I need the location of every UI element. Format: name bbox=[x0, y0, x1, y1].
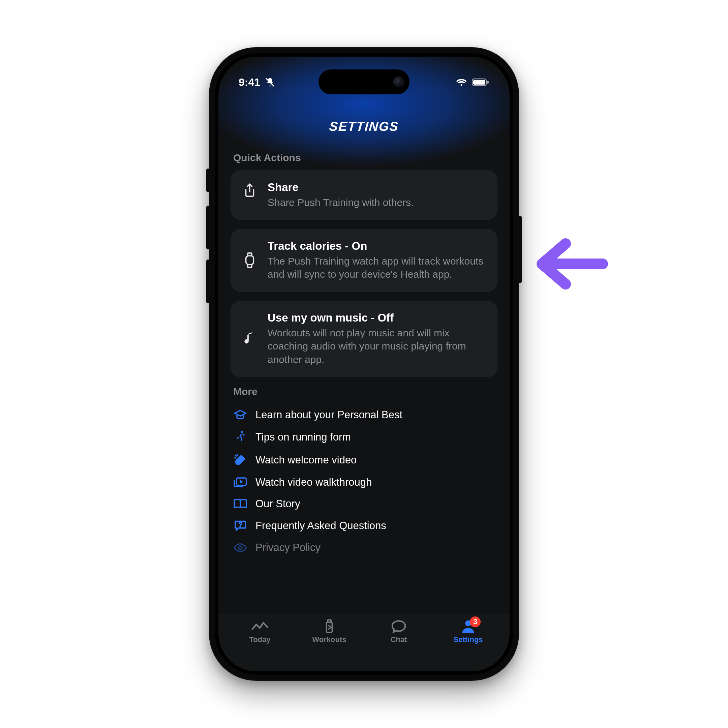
more-item-welcome-video[interactable]: Watch welcome video bbox=[231, 449, 497, 471]
faq-icon bbox=[232, 519, 248, 532]
runner-icon bbox=[232, 430, 248, 444]
callout-arrow bbox=[532, 235, 609, 292]
tab-settings[interactable]: 3 Settings bbox=[433, 619, 503, 671]
tab-workouts[interactable]: Workouts bbox=[295, 619, 364, 671]
page-title: SETTINGS bbox=[219, 119, 509, 134]
more-label: More bbox=[233, 386, 495, 398]
quick-action-own-music[interactable]: Use my own music - Off Workouts will not… bbox=[231, 301, 497, 377]
tab-label: Settings bbox=[454, 635, 483, 644]
more-item-label: Frequently Asked Questions bbox=[255, 520, 386, 532]
card-title: Share bbox=[268, 181, 487, 194]
svg-point-10 bbox=[239, 546, 242, 549]
volume-down-button bbox=[206, 260, 210, 303]
chat-bubble-icon bbox=[390, 619, 408, 633]
tab-today[interactable]: Today bbox=[225, 619, 295, 671]
book-icon bbox=[232, 498, 248, 509]
card-title: Use my own music - Off bbox=[268, 311, 487, 324]
more-item-label: Learn about your Personal Best bbox=[255, 409, 402, 421]
screen: 9:41 bbox=[219, 57, 509, 671]
power-button bbox=[518, 216, 522, 283]
more-item-label: Privacy Policy bbox=[255, 541, 321, 554]
watch-icon bbox=[241, 251, 259, 269]
tab-chat[interactable]: Chat bbox=[364, 619, 433, 671]
more-item-label: Our Story bbox=[255, 498, 300, 510]
tab-badge: 3 bbox=[470, 616, 480, 627]
phone-frame: 9:41 bbox=[209, 47, 519, 681]
tab-label: Today bbox=[249, 635, 270, 644]
status-time: 9:41 bbox=[239, 76, 260, 89]
chart-line-icon bbox=[251, 619, 269, 633]
settings-scroll[interactable]: Quick Actions Share bbox=[219, 144, 509, 671]
svg-rect-4 bbox=[487, 81, 489, 84]
svg-rect-3 bbox=[473, 80, 485, 85]
more-item-our-story[interactable]: Our Story bbox=[231, 493, 497, 515]
more-item-faq[interactable]: Frequently Asked Questions bbox=[231, 515, 497, 537]
more-item-privacy[interactable]: Privacy Policy bbox=[231, 537, 497, 558]
svg-point-9 bbox=[240, 526, 241, 527]
more-item-label: Tips on running form bbox=[255, 431, 351, 443]
quick-actions-label: Quick Actions bbox=[233, 152, 495, 164]
tab-label: Chat bbox=[391, 635, 407, 644]
more-item-label: Watch video walkthrough bbox=[255, 476, 372, 488]
grad-cap-icon bbox=[232, 409, 248, 421]
tab-bar: Today Workouts bbox=[219, 614, 509, 671]
battery-icon bbox=[472, 78, 489, 87]
wifi-icon bbox=[456, 78, 467, 87]
svg-rect-12 bbox=[327, 620, 331, 622]
card-title: Track calories - On bbox=[268, 240, 487, 252]
more-item-video-walkthrough[interactable]: Watch video walkthrough bbox=[231, 471, 497, 493]
eye-icon bbox=[232, 543, 248, 553]
card-desc: Workouts will not play music and will mi… bbox=[268, 326, 487, 366]
more-item-personal-best[interactable]: Learn about your Personal Best bbox=[231, 404, 497, 426]
tab-label: Workouts bbox=[312, 635, 346, 644]
mute-switch bbox=[206, 168, 210, 192]
svg-point-6 bbox=[241, 431, 243, 433]
card-desc: Share Push Training with others. bbox=[268, 196, 487, 209]
svg-rect-5 bbox=[246, 256, 254, 265]
music-note-icon bbox=[241, 331, 259, 346]
person-icon: 3 bbox=[459, 619, 477, 633]
bell-slash-icon bbox=[265, 77, 275, 87]
dynamic-island bbox=[318, 69, 410, 94]
more-item-label: Watch welcome video bbox=[255, 454, 356, 466]
share-icon bbox=[241, 181, 259, 199]
bottle-icon bbox=[320, 619, 338, 633]
front-camera bbox=[393, 76, 404, 87]
more-item-running-form[interactable]: Tips on running form bbox=[231, 426, 497, 449]
clap-icon bbox=[232, 453, 248, 467]
card-desc: The Push Training watch app will track w… bbox=[268, 254, 487, 281]
quick-action-track-calories[interactable]: Track calories - On The Push Training wa… bbox=[231, 229, 497, 292]
quick-action-share[interactable]: Share Share Push Training with others. bbox=[231, 170, 497, 220]
play-rect-icon bbox=[232, 477, 248, 488]
volume-up-button bbox=[206, 206, 210, 249]
